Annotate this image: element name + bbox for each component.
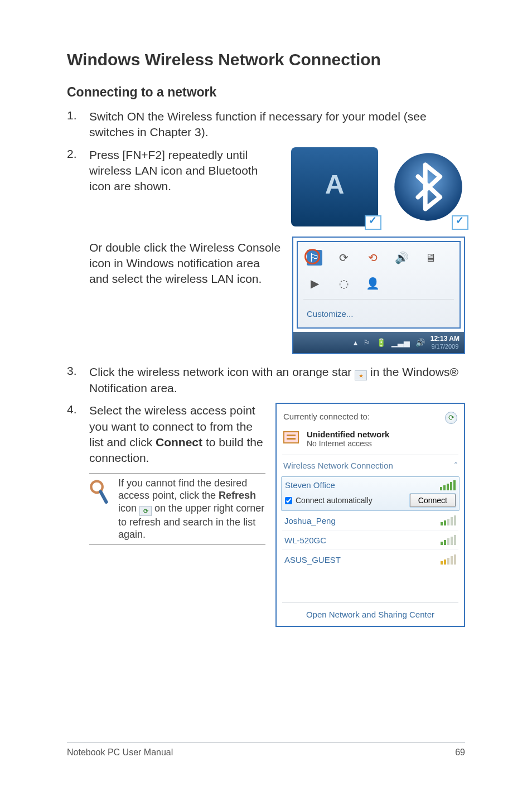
wifi-name: Joshua_Peng	[284, 516, 336, 525]
volume-icon[interactable]: 🔊	[394, 250, 409, 266]
wifi-item[interactable]: Joshua_Peng	[282, 511, 458, 530]
user-icon[interactable]: 👤	[365, 276, 380, 291]
network-icon[interactable]: ▁▃▅	[391, 337, 410, 348]
magnifier-icon	[89, 477, 109, 541]
tray-icon[interactable]: ⟲	[365, 250, 380, 266]
section-title: Connecting to a network	[67, 85, 465, 100]
connect-button[interactable]: Connect	[410, 494, 456, 507]
note-text: If you cannot find the desired access po…	[118, 477, 265, 541]
signal-icon	[440, 480, 456, 490]
systray-popup: 🏳 ⟳ ⟲ 🔊 🖥 ▶ ◌ 👤 Customize...	[292, 237, 465, 354]
clock-time: 12:13 AM	[431, 335, 460, 343]
network-list-popup: Currently connected to: ⟳ Unidentified n…	[275, 403, 465, 627]
wifi-item[interactable]: ASUS_GUEST	[282, 550, 458, 569]
svg-line-2	[100, 491, 106, 502]
step-num: 3.	[67, 364, 89, 378]
step-text: Select the wireless access point you wan…	[89, 403, 265, 466]
chevron-up-icon[interactable]: ▴	[354, 337, 357, 348]
refresh-icon[interactable]: ⟳	[445, 412, 457, 424]
battery-icon[interactable]: 🔋	[376, 337, 386, 348]
step-2b-text: Or double click the Wireless Console ico…	[89, 237, 281, 287]
flag-icon[interactable]: 🏳	[363, 337, 371, 348]
auto-connect-input[interactable]	[285, 497, 292, 504]
signal-icon	[441, 535, 456, 545]
auto-connect-checkbox[interactable]: Connect automatically	[285, 496, 373, 505]
customize-link[interactable]: Customize...	[307, 309, 353, 319]
tray-icon[interactable]: ◌	[336, 276, 351, 291]
wifi-name: ASUS_GUEST	[284, 555, 341, 565]
step-2: 2. Press [FN+F2] repeatedly until wirele…	[67, 147, 465, 354]
wifi-name: WL-520GC	[284, 536, 326, 545]
step-4: 4. Select the wireless access point you …	[67, 403, 265, 466]
chevron-up-icon[interactable]: ˆ	[454, 461, 457, 470]
wifi-item-selected[interactable]: Steven Office Connect automatically Conn…	[281, 476, 460, 511]
step-text: Press [FN+F2] repeatedly until wireless …	[89, 147, 280, 226]
wireless-console-icon[interactable]: 🏳	[307, 250, 322, 266]
open-network-center-link[interactable]: Open Network and Sharing Center	[306, 610, 434, 619]
step-text: Click the wireless network icon with an …	[89, 364, 465, 396]
wifi-name: Steven Office	[285, 480, 335, 490]
clock-date: 9/17/2009	[431, 343, 460, 350]
section-label: Wireless Network Connection ˆ	[282, 455, 458, 476]
status-icons: A ✓	[291, 147, 465, 226]
monitor-icon[interactable]: 🖥	[423, 250, 438, 266]
page-footer: Notebook PC User Manual 69	[67, 742, 465, 758]
step-3: 3. Click the wireless network icon with …	[67, 364, 465, 396]
current-network-sub: No Internet access	[307, 439, 389, 448]
volume-icon[interactable]: 🔊	[415, 337, 425, 348]
current-network-title: Unidentified network	[307, 430, 389, 439]
connected-to-label: Currently connected to:	[283, 412, 370, 421]
note: If you cannot find the desired access po…	[89, 473, 265, 545]
bluetooth-icon: ✓	[391, 147, 465, 226]
signal-icon	[441, 554, 456, 565]
step-num: 1.	[67, 109, 89, 122]
network-icon	[283, 431, 301, 447]
step-text: Switch ON the Wireless function if neces…	[89, 109, 465, 141]
current-connection: Unidentified network No Internet access	[282, 430, 458, 455]
tray-icons-grid: 🏳 ⟳ ⟲ 🔊 🖥 ▶ ◌ 👤	[303, 248, 454, 299]
page-title: Windows Wireless Network Connection	[67, 50, 465, 69]
wifi-icon: A ✓	[291, 147, 378, 226]
signal-icon	[441, 515, 456, 525]
tray-icon[interactable]: ⟳	[336, 250, 351, 266]
footer-left: Notebook PC User Manual	[67, 747, 173, 758]
step-num: 2.	[67, 147, 89, 161]
network-star-icon	[355, 370, 367, 380]
step-1: 1. Switch ON the Wireless function if ne…	[67, 109, 465, 141]
footer-page-number: 69	[455, 747, 465, 758]
step-num: 4.	[67, 403, 89, 416]
clock[interactable]: 12:13 AM 9/17/2009	[431, 335, 460, 350]
wifi-item[interactable]: WL-520GC	[282, 530, 458, 550]
taskbar: ▴ 🏳 🔋 ▁▃▅ 🔊 12:13 AM 9/17/2009	[293, 332, 464, 353]
tray-icon[interactable]: ▶	[307, 276, 322, 291]
refresh-icon	[139, 506, 152, 516]
